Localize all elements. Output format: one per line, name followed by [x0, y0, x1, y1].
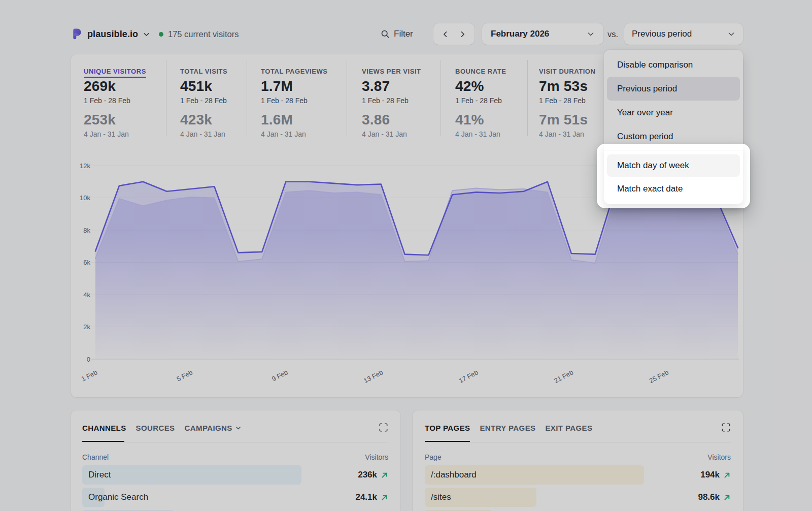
comparison-menu-match-section: Match day of week Match exact date — [604, 144, 743, 204]
menu-item-match-day-of-week[interactable]: Match day of week — [607, 154, 740, 177]
divider — [604, 150, 743, 150]
menu-item-match-exact-date[interactable]: Match exact date — [607, 178, 740, 200]
dashboard-screen: plausible.io 175 current visitors Filter… — [0, 0, 812, 511]
dim-overlay — [0, 0, 812, 511]
